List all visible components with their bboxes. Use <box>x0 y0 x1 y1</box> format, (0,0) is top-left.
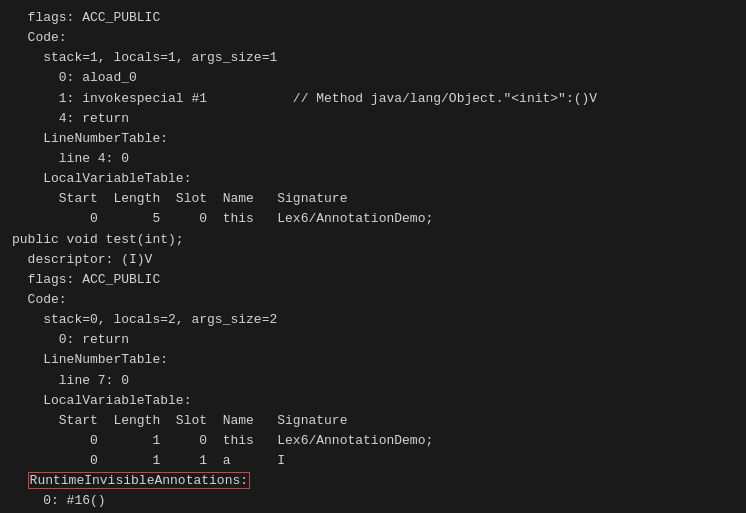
code-line: Code: <box>12 28 734 48</box>
code-line: 0 1 1 a I <box>12 451 734 471</box>
code-line: Code: <box>12 290 734 310</box>
code-line: line 7: 0 <box>12 371 734 391</box>
code-content: flags: ACC_PUBLIC Code: stack=1, locals=… <box>12 8 734 513</box>
code-line: Start Length Slot Name Signature <box>12 189 734 209</box>
code-line: 1: invokespecial #1 // Method java/lang/… <box>12 89 734 109</box>
code-line: 4: return <box>12 109 734 129</box>
code-line: line 4: 0 <box>12 149 734 169</box>
highlighted-annotation: RuntimeInvisibleAnnotations: <box>28 472 250 489</box>
code-line: flags: ACC_PUBLIC <box>12 270 734 290</box>
code-line: LocalVariableTable: <box>12 391 734 411</box>
code-line: LineNumberTable: <box>12 129 734 149</box>
code-line: Start Length Slot Name Signature <box>12 411 734 431</box>
code-line: stack=1, locals=1, args_size=1 <box>12 48 734 68</box>
code-line: 0: return <box>12 330 734 350</box>
code-line: 0 5 0 this Lex6/AnnotationDemo; <box>12 209 734 229</box>
code-line: public void test(int); <box>12 230 734 250</box>
code-view: flags: ACC_PUBLIC Code: stack=1, locals=… <box>0 0 746 513</box>
code-line: LocalVariableTable: <box>12 169 734 189</box>
code-line: flags: ACC_PUBLIC <box>12 8 734 28</box>
code-line: 0: aload_0 <box>12 68 734 88</box>
code-line: stack=0, locals=2, args_size=2 <box>12 310 734 330</box>
code-line: descriptor: (I)V <box>12 250 734 270</box>
code-line: LineNumberTable: <box>12 350 734 370</box>
code-line: 0: #16() <box>12 491 734 511</box>
code-line: RuntimeInvisibleAnnotations: <box>12 471 734 491</box>
code-line: 0 1 0 this Lex6/AnnotationDemo; <box>12 431 734 451</box>
